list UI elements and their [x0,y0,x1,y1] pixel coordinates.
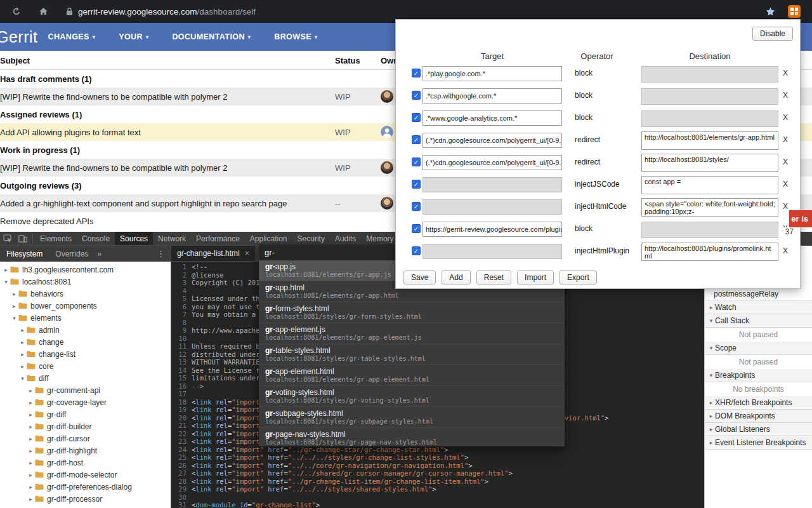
device-toolbar-icon[interactable] [15,232,30,245]
chevron-down-icon[interactable]: ▾ [19,375,26,382]
tree-item-gr-diff-mode-selector[interactable]: ▸gr-diff-mode-selector [0,469,171,481]
rule-checkbox[interactable]: ✓ [412,246,421,255]
rule-destination-input[interactable] [641,110,778,127]
popup-button-import[interactable]: Import [517,271,554,284]
tree-item-gr-diff-highlight[interactable]: ▸gr-diff-highlight [0,444,171,457]
popup-button-add[interactable]: Add [442,271,470,284]
line-number[interactable]: 28 [171,478,192,486]
tree-item-diff[interactable]: ▾diff [0,372,171,384]
line-number[interactable]: 8 [171,319,192,327]
gerrit-logo[interactable]: Gerrit [0,28,38,46]
chevron-right-icon[interactable]: ▸ [19,363,26,370]
chevron-right-icon[interactable]: ▸ [27,472,34,478]
section-header-breakpoints[interactable]: ▾Breakpoints [705,369,812,382]
quick-open-item[interactable]: gr-app-element.htmllocalhost:8081/elemen… [259,365,565,386]
line-number[interactable]: 16 [171,382,192,391]
devtools-tab-sources[interactable]: Sources [115,232,153,245]
devtools-tab-security[interactable]: Security [292,232,330,245]
rule-checkbox[interactable]: ✓ [412,224,421,233]
devtools-tab-memory[interactable]: Memory [361,232,398,245]
bookmark-star-icon[interactable] [761,3,779,20]
tree-item-change[interactable]: ▸change [0,336,171,348]
line-number[interactable]: 2 [171,271,192,279]
chevron-right-icon[interactable]: ▸ [3,267,10,273]
rule-target-input[interactable]: (.*)cdn.googlesource.com/polygerrit_ui/[… [422,133,562,148]
rule-checkbox[interactable]: ✓ [412,157,421,166]
delete-rule-button[interactable]: X [783,113,788,122]
section-header-watch[interactable]: ▸Watch [705,301,812,314]
tree-item-gr-diff-processor[interactable]: ▸gr-diff-processor [0,493,171,505]
devtools-tab-network[interactable]: Network [153,232,191,245]
line-number[interactable]: 23 [171,438,192,446]
gerrit-menu-changes[interactable]: CHANGES▾ [48,32,96,41]
quick-open-item[interactable]: gr-form-styles.htmllocalhost:8081/styles… [259,302,565,323]
rule-target-input[interactable] [422,177,562,192]
rule-destination-input[interactable]: http://localhost:8081/elements/gr-app.ht… [641,131,778,150]
line-number[interactable]: 7 [171,311,192,319]
line-number[interactable]: 17 [171,390,192,398]
rule-destination-input[interactable]: const app = [641,176,778,194]
chevron-right-icon[interactable]: ▸ [27,436,34,442]
quick-open-item[interactable]: gr-voting-styles.htmllocalhost:8081/styl… [259,386,565,407]
gerrit-menu-browse[interactable]: BROWSE▾ [274,32,317,41]
rule-destination-input[interactable] [641,222,778,238]
delete-rule-button[interactable]: X [783,91,788,100]
line-number[interactable]: 22 [171,430,192,438]
line-number[interactable]: 14 [171,366,192,375]
chevron-right-icon[interactable]: ▸ [19,327,26,333]
line-number[interactable]: 1 [171,263,192,271]
rule-destination-input[interactable] [641,88,778,105]
line-number[interactable]: 21 [171,422,192,430]
quick-open-item[interactable]: gr-page-nav-styles.htmllocalhost:8081/st… [259,428,565,446]
line-number[interactable]: 11 [171,342,192,351]
rule-checkbox[interactable]: ✓ [412,180,421,189]
line-number[interactable]: 13 [171,358,192,366]
rule-target-input[interactable] [422,244,562,259]
chevron-right-icon[interactable]: ▸ [11,303,18,309]
tree-item-gr-comment-api[interactable]: ▸gr-comment-api [0,384,171,396]
rule-destination-input[interactable]: <span style="color: white;font-weight:bo… [641,198,778,217]
devtools-tab-performance[interactable]: Performance [191,232,245,245]
rule-checkbox[interactable]: ✓ [412,91,421,100]
tree-item-gr-diff-preferences-dialog[interactable]: ▸gr-diff-preferences-dialog [0,481,171,493]
thread-item[interactable]: postmessageRelay [705,288,812,301]
tree-item-gr-diff-cursor[interactable]: ▸gr-diff-cursor [0,432,171,444]
line-number[interactable]: 30 [171,493,192,502]
extension-icon[interactable] [785,3,803,20]
rule-target-input[interactable]: .*www.google-analytics.com.* [422,110,562,126]
chevron-right-icon[interactable]: ▸ [27,411,34,418]
delete-rule-button[interactable]: X [783,69,788,77]
section-header-dom-breakpoints[interactable]: ▸DOM Breakpoints [705,410,812,423]
line-number[interactable]: 6 [171,303,192,311]
section-header-global-listeners[interactable]: ▸Global Listeners [705,423,812,436]
quick-open-item[interactable]: gr-app-element.jslocalhost:8081/elements… [259,323,565,344]
gerrit-menu-documentation[interactable]: DOCUMENTATION▾ [172,32,251,41]
popup-button-reset[interactable]: Reset [476,271,511,284]
rule-target-input[interactable]: .*play.google.com.* [422,66,562,81]
delete-rule-button[interactable]: X [783,135,788,144]
line-number[interactable]: 19 [171,406,192,414]
chevron-right-icon[interactable]: ▸ [27,484,34,490]
home-icon[interactable] [34,3,52,20]
more-tabs-icon[interactable]: » [95,250,104,258]
delete-rule-button[interactable]: X [783,157,788,166]
navigator-tab-overrides[interactable]: Overrides [49,246,95,262]
chevron-right-icon[interactable]: ▸ [27,460,34,466]
disable-button[interactable]: Disable [752,27,793,41]
rule-checkbox[interactable]: ✓ [412,69,421,77]
tree-item-elements[interactable]: ▾elements [0,312,171,324]
tree-item-admin[interactable]: ▸admin [0,324,171,336]
section-header-scope[interactable]: ▾Scope [705,342,812,355]
navigator-tab-filesystem[interactable]: Filesystem [0,246,49,262]
gerrit-menu-your[interactable]: YOUR▾ [119,32,148,41]
section-header-event-listener-breakpoints[interactable]: ▸Event Listener Breakpoints [705,436,812,450]
line-number[interactable]: 3 [171,279,192,287]
line-number[interactable]: 12 [171,351,192,359]
rule-target-input[interactable]: https://gerrit-review.googlesource.com/p… [422,222,562,237]
close-tab-icon[interactable]: × [245,249,249,258]
rule-destination-input[interactable] [641,66,778,83]
delete-rule-button[interactable]: X [783,180,788,189]
delete-rule-button[interactable]: X [783,202,788,211]
chevron-right-icon[interactable]: ▸ [19,339,26,345]
devtools-tab-console[interactable]: Console [77,232,115,245]
